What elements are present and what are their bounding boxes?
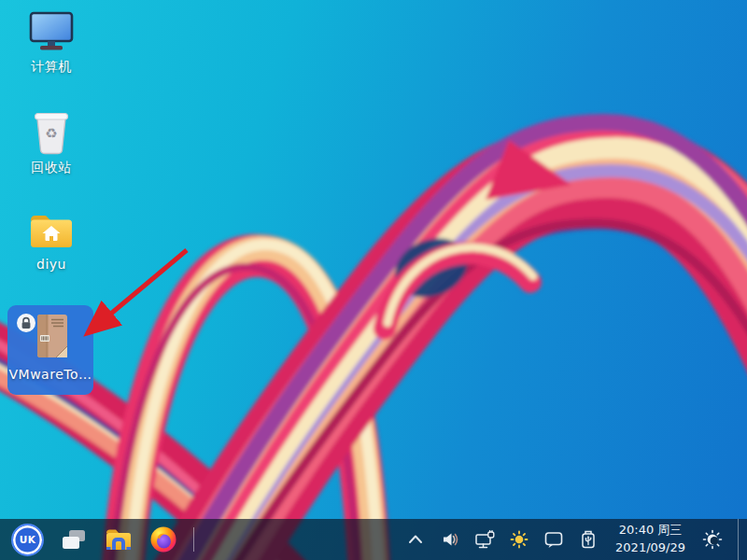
- firefox-icon: [149, 525, 177, 553]
- lock-icon: [16, 313, 36, 333]
- home-folder-icon: [27, 211, 76, 252]
- desktop-icon-home-folder[interactable]: diyu: [9, 211, 93, 272]
- icon-label: 回收站: [31, 160, 72, 176]
- wallpaper-ribbon-art: [0, 0, 747, 560]
- usb-drive-icon: [579, 529, 598, 550]
- taskbar-separator: [193, 527, 194, 552]
- brightness-button[interactable]: [508, 525, 530, 554]
- desktop-screen: 计算机 ♻ 回收站 diyu: [0, 0, 747, 560]
- clock-date: 2021/09/29: [615, 539, 685, 557]
- file-manager-button[interactable]: [104, 525, 134, 554]
- monitor-plug-icon: [474, 530, 496, 550]
- folder-icon: [104, 526, 134, 553]
- computer-icon: [27, 11, 76, 54]
- taskbar-apps: UK: [0, 519, 194, 560]
- windows-overlap-icon: [60, 526, 88, 553]
- desktop-icon-computer[interactable]: 计算机: [9, 11, 93, 76]
- taskbar: UK: [0, 519, 747, 560]
- icon-label: diyu: [36, 257, 66, 272]
- desktop-icon-recycle-bin[interactable]: ♻ 回收站: [9, 108, 93, 176]
- svg-text:♻: ♻: [45, 125, 57, 142]
- icon-label: 计算机: [31, 59, 72, 76]
- launcher-logo-text: UK: [20, 534, 36, 545]
- display-device-button[interactable]: [473, 525, 496, 554]
- taskbar-tray: 20:40 周三 2021/09/29: [404, 519, 747, 560]
- clock[interactable]: 20:40 周三 2021/09/29: [612, 522, 689, 557]
- night-mode-button[interactable]: [701, 525, 724, 554]
- task-view-button[interactable]: [59, 525, 89, 554]
- icon-label: VMwareTo…: [9, 367, 92, 382]
- usb-device-button[interactable]: [577, 525, 599, 554]
- tray-expand-button[interactable]: [404, 525, 427, 554]
- desktop-wallpaper: [0, 0, 747, 560]
- volume-button[interactable]: [439, 525, 461, 554]
- sun-moon-icon: [701, 528, 724, 551]
- sun-icon: [510, 530, 529, 549]
- launcher-button[interactable]: UK: [11, 524, 44, 556]
- speech-bubble-icon: [543, 530, 564, 549]
- show-desktop-button[interactable]: [738, 519, 747, 560]
- recycle-bin-icon: ♻: [31, 108, 72, 155]
- clock-time: 20:40 周三: [615, 522, 685, 539]
- firefox-button[interactable]: [148, 525, 178, 554]
- speaker-icon: [441, 530, 460, 549]
- messages-button[interactable]: [543, 525, 565, 554]
- desktop-icon-vmware-tools[interactable]: VMwareTo…: [7, 305, 93, 395]
- chevron-up-icon: [406, 531, 425, 548]
